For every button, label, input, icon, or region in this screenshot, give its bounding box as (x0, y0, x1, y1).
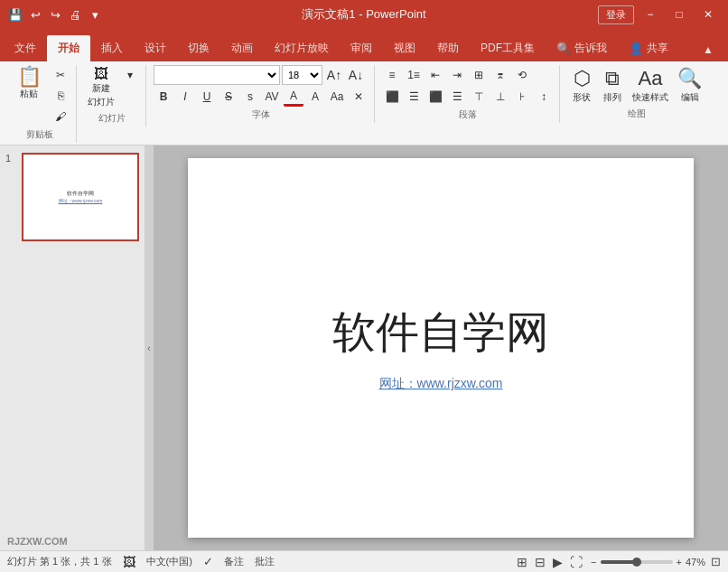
format-painter-button[interactable]: 🖌 (51, 107, 70, 127)
font-group: 18 A↑ A↓ B I U S s AV A A Aa ✕ (148, 65, 375, 123)
align-right-btn[interactable]: ⬛ (425, 87, 445, 107)
col-btn[interactable]: ⌆ (490, 65, 510, 85)
slide-thumb-sub: 网址：www.rjzxw.com (59, 198, 103, 203)
redo-icon[interactable]: ↪ (47, 6, 63, 23)
tab-file[interactable]: 文件 (4, 35, 47, 61)
paste-icon: 📋 (17, 67, 42, 87)
paragraph-group: ≡ 1≡ ⇤ ⇥ ⊞ ⌆ ⟲ ⬛ ☰ ⬛ ☰ ⊤ ⊥ ⊦ ↕ (377, 65, 560, 123)
slide-main-title[interactable]: 软件自学网 (332, 304, 549, 361)
font-color-button[interactable]: A (284, 87, 303, 107)
slides-group-label: 幻灯片 (84, 112, 140, 125)
read-view-icon[interactable]: ▶ (550, 554, 565, 570)
tab-home[interactable]: 开始 (47, 35, 90, 61)
increase-font-btn[interactable]: A↑ (324, 65, 344, 85)
normal-view-icon[interactable]: ⊞ (514, 554, 530, 570)
canvas-area[interactable]: 软件自学网 网址：www.rjzxw.com (154, 145, 728, 550)
quick-access-dropdown-icon[interactable]: ▾ (87, 6, 103, 23)
quick-styles-button[interactable]: Aa 快速样式 (629, 65, 672, 106)
new-slide-icon: 🖼 (94, 67, 108, 81)
numbering-btn[interactable]: 1≡ (404, 65, 424, 85)
zoom-slider[interactable] (601, 560, 673, 564)
fit-page-btn[interactable]: ⊡ (711, 555, 721, 568)
language-label: 中文(中国) (146, 555, 192, 568)
text-direction-btn[interactable]: ⟲ (512, 65, 532, 85)
restore-button[interactable]: □ (667, 5, 692, 23)
cut-button[interactable]: ✂ (51, 65, 70, 85)
save-icon[interactable]: 💾 (7, 6, 23, 23)
slide-thumb-title: 软件自学网 (59, 190, 103, 198)
drawing-group-content: ⬡ 形状 ⧉ 排列 Aa 快速样式 🔍 编辑 (567, 65, 705, 106)
view-icons: ⊞ ⊟ ▶ ⛶ (514, 554, 585, 570)
decrease-font-btn[interactable]: A↓ (346, 65, 366, 85)
shape-icon: ⬡ (574, 67, 591, 90)
tab-help[interactable]: 帮助 (426, 35, 470, 61)
justify-btn[interactable]: ☰ (447, 87, 467, 107)
tab-insert[interactable]: 插入 (90, 35, 134, 61)
tab-tellme[interactable]: 🔍告诉我 (546, 35, 618, 61)
edit-button[interactable]: 🔍 编辑 (674, 65, 705, 106)
window-title: 演示文稿1 - PowerPoint (302, 6, 425, 23)
slide-show-icon[interactable]: ⛶ (567, 554, 585, 570)
login-button[interactable]: 登录 (598, 5, 634, 24)
align-left-btn[interactable]: ⬛ (382, 87, 402, 107)
align-top-btn[interactable]: ⊤ (469, 87, 489, 107)
font-name-select[interactable] (154, 65, 280, 85)
font-caps-button[interactable]: Aa (327, 87, 347, 107)
bullets-btn[interactable]: ≡ (382, 65, 402, 85)
arrange-button[interactable]: ⧉ 排列 (598, 65, 627, 106)
font-row1: 18 A↑ A↓ (154, 65, 366, 85)
italic-button[interactable]: I (175, 87, 195, 107)
tab-view[interactable]: 视图 (383, 35, 426, 61)
paragraph-group-label: 段落 (382, 108, 554, 121)
smartart-btn[interactable]: ⊞ (469, 65, 489, 85)
slide-thumbnail[interactable]: 软件自学网 网址：www.rjzxw.com (22, 153, 139, 241)
tab-share[interactable]: 👤共享 (618, 35, 679, 61)
notes-button[interactable]: 备注 (224, 555, 244, 568)
undo-icon[interactable]: ↩ (27, 6, 43, 23)
ribbon-collapse-btn[interactable]: ▲ (692, 38, 724, 61)
ribbon-tab-bar: 文件 开始 插入 设计 切换 动画 幻灯片放映 审阅 视图 帮助 PDF工具集 … (0, 29, 728, 61)
panel-collapse-button[interactable]: ‹ (145, 145, 154, 550)
highlight-button[interactable]: A (305, 87, 325, 107)
tab-slideshow[interactable]: 幻灯片放映 (264, 35, 340, 61)
underline-button[interactable]: U (197, 87, 217, 107)
font-size-select[interactable]: 18 (282, 65, 322, 85)
clear-format-button[interactable]: ✕ (349, 87, 369, 107)
zoom-out-btn[interactable]: − (591, 557, 596, 567)
text-shadow-button[interactable]: s (240, 87, 260, 107)
comments-button[interactable]: 批注 (255, 555, 275, 568)
new-slide-dropdown[interactable]: ▾ (120, 65, 140, 85)
watermark: RJZXW.COM (7, 536, 68, 547)
tab-design[interactable]: 设计 (134, 35, 177, 61)
strikethrough-button[interactable]: S (219, 87, 238, 107)
minimize-button[interactable]: − (638, 5, 663, 23)
shape-button[interactable]: ⬡ 形状 (567, 65, 596, 106)
line-spacing-btn[interactable]: ↕ (534, 87, 554, 107)
tab-pdf[interactable]: PDF工具集 (470, 35, 546, 61)
bold-button[interactable]: B (154, 87, 173, 107)
close-button[interactable]: ✕ (695, 5, 721, 23)
align-center-btn[interactable]: ☰ (404, 87, 424, 107)
zoom-in-btn[interactable]: + (677, 557, 682, 567)
paste-button[interactable]: 📋 粘贴 (9, 65, 49, 102)
new-slide-button[interactable]: 🖼 新建 幻灯片 (84, 65, 118, 110)
increase-indent-btn[interactable]: ⇥ (447, 65, 467, 85)
clipboard-group-label: 剪贴板 (9, 128, 70, 141)
status-left: 幻灯片 第 1 张，共 1 张 🖼 中文(中国) ✓ 备注 批注 (7, 555, 275, 569)
tab-review[interactable]: 审阅 (340, 35, 383, 61)
title-bar: 💾 ↩ ↪ 🖨 ▾ 演示文稿1 - PowerPoint 登录 − □ ✕ (0, 0, 728, 29)
font-group-label: 字体 (154, 108, 369, 121)
edit-icon: 🔍 (677, 67, 702, 90)
grid-view-icon[interactable]: ⊟ (532, 554, 548, 570)
copy-button[interactable]: ⎘ (51, 86, 70, 106)
char-spacing-button[interactable]: AV (262, 87, 282, 107)
slide-thumb-wrapper: 1 软件自学网 网址：www.rjzxw.com (5, 153, 139, 241)
tab-transitions[interactable]: 切换 (177, 35, 220, 61)
paragraph-group-content: ≡ 1≡ ⇤ ⇥ ⊞ ⌆ ⟲ ⬛ ☰ ⬛ ☰ ⊤ ⊥ ⊦ ↕ (382, 65, 554, 107)
tab-animations[interactable]: 动画 (220, 35, 264, 61)
align-bottom-btn[interactable]: ⊦ (512, 87, 532, 107)
align-middle-btn[interactable]: ⊥ (490, 87, 510, 107)
slide-subtitle[interactable]: 网址：www.rjzxw.com (379, 376, 503, 392)
decrease-indent-btn[interactable]: ⇤ (425, 65, 445, 85)
quick-print-icon[interactable]: 🖨 (67, 6, 83, 23)
